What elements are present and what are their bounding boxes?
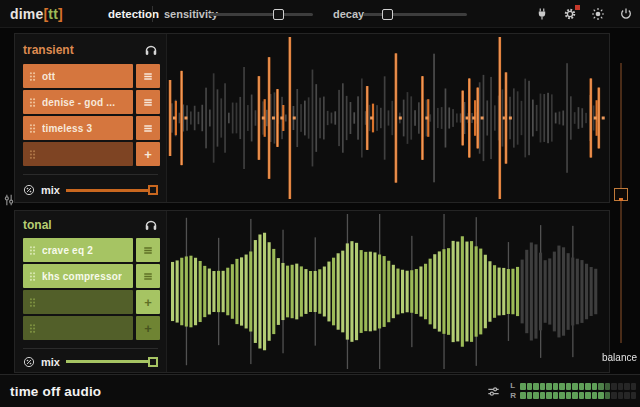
meter-segment bbox=[546, 392, 552, 399]
slot-menu-icon bbox=[143, 246, 153, 255]
balance-track[interactable] bbox=[620, 63, 622, 343]
meter-segment bbox=[611, 392, 617, 399]
drag-handle-icon[interactable] bbox=[29, 323, 36, 334]
drag-handle-icon[interactable] bbox=[29, 123, 36, 134]
drag-handle-icon[interactable] bbox=[29, 297, 36, 308]
meter-segment bbox=[592, 383, 598, 390]
percent-icon bbox=[23, 356, 35, 368]
meter-segment bbox=[592, 392, 598, 399]
tonal-slot-1: crave eq 2 bbox=[23, 238, 160, 262]
slot-plugin-name: ott bbox=[42, 71, 55, 82]
transient-mix-thumb[interactable] bbox=[148, 185, 158, 195]
meter-left-label: L bbox=[510, 382, 516, 390]
transient-title: transient bbox=[23, 43, 74, 57]
tonal-slot-3-empty[interactable] bbox=[23, 290, 133, 314]
tonal-slot-3-add-button[interactable]: + bbox=[136, 290, 160, 314]
meter-segment bbox=[559, 383, 565, 390]
bottombar: time off audio L R bbox=[0, 374, 640, 407]
transient-slot-2-menu-button[interactable] bbox=[136, 90, 160, 114]
topbar-actions bbox=[535, 0, 633, 28]
transient-slot-1: ott bbox=[23, 64, 160, 88]
plug-icon[interactable] bbox=[535, 7, 549, 21]
slot-plugin-name: denise - god ... bbox=[42, 97, 115, 108]
decay-thumb[interactable] bbox=[382, 9, 393, 20]
sensitivity-slider[interactable] bbox=[209, 8, 313, 20]
transient-slot-3-plugin[interactable]: timeless 3 bbox=[23, 116, 133, 140]
drag-handle-icon[interactable] bbox=[29, 245, 36, 256]
drag-handle-icon[interactable] bbox=[29, 149, 36, 160]
meter-cluster: L R bbox=[487, 382, 636, 400]
decay-slider[interactable] bbox=[363, 8, 467, 20]
drag-handle-icon[interactable] bbox=[29, 97, 36, 108]
meter-segment bbox=[533, 392, 539, 399]
sensitivity-thumb[interactable] bbox=[273, 9, 284, 20]
meter-segment bbox=[624, 383, 630, 390]
drag-handle-icon[interactable] bbox=[29, 271, 36, 282]
tonal-slot-1-menu-button[interactable] bbox=[136, 238, 160, 262]
add-plugin-icon: + bbox=[144, 148, 152, 161]
tonal-mix-thumb[interactable] bbox=[148, 357, 158, 367]
meter-segment bbox=[598, 392, 604, 399]
transient-slot-1-menu-button[interactable] bbox=[136, 64, 160, 88]
tonal-sidebar: tonal crave eq 2khs compressor++ mix bbox=[15, 211, 167, 372]
mix-fill bbox=[66, 189, 158, 192]
slot-plugin-name: crave eq 2 bbox=[42, 245, 93, 256]
power-icon[interactable] bbox=[619, 7, 633, 21]
logo-bracket-close: ] bbox=[58, 6, 63, 22]
meter-segment bbox=[527, 392, 533, 399]
meter-segment bbox=[572, 383, 578, 390]
transient-slot-1-plugin[interactable]: ott bbox=[23, 64, 133, 88]
transient-slot-2-plugin[interactable]: denise - god ... bbox=[23, 90, 133, 114]
meter-segment bbox=[546, 383, 552, 390]
meter-rows bbox=[520, 383, 636, 399]
decay-label: decay bbox=[333, 0, 364, 28]
transient-slot-4-add-button[interactable]: + bbox=[136, 142, 160, 166]
meter-segment bbox=[520, 392, 526, 399]
tonal-header: tonal bbox=[23, 217, 160, 233]
slot-plugin-name: khs compressor bbox=[42, 271, 122, 282]
dimett-plugin-window: dime[tt] detection sensitivity decay bbox=[0, 0, 640, 407]
balance-strip: balance bbox=[610, 28, 640, 374]
gear-icon[interactable] bbox=[563, 7, 577, 21]
meter-segment bbox=[540, 392, 546, 399]
lr-labels: L R bbox=[510, 382, 516, 400]
meter-segment bbox=[579, 383, 585, 390]
meter-segment bbox=[611, 383, 617, 390]
meter-segment bbox=[553, 383, 559, 390]
balance-thumb[interactable] bbox=[614, 188, 628, 201]
sensitivity-track[interactable] bbox=[209, 13, 313, 16]
brightness-icon[interactable] bbox=[591, 7, 605, 21]
tonal-mix-slider[interactable] bbox=[66, 356, 158, 368]
logo-text: dime bbox=[10, 6, 43, 22]
meter-segment bbox=[579, 392, 585, 399]
tonal-slot-2-menu-button[interactable] bbox=[136, 264, 160, 288]
headphones-icon[interactable] bbox=[144, 42, 160, 58]
tonal-waveform bbox=[167, 211, 609, 372]
tonal-slot-4-empty[interactable] bbox=[23, 316, 133, 340]
decay-track[interactable] bbox=[363, 13, 467, 16]
notification-dot bbox=[575, 5, 580, 10]
tonal-slot-2: khs compressor bbox=[23, 264, 160, 288]
transient-slot-3: timeless 3 bbox=[23, 116, 160, 140]
transient-mix-slider[interactable] bbox=[66, 184, 158, 196]
meter-segment bbox=[631, 383, 637, 390]
tonal-title: tonal bbox=[23, 218, 52, 232]
transient-slot-3-menu-button[interactable] bbox=[136, 116, 160, 140]
meter-segment bbox=[527, 383, 533, 390]
transient-sidebar: transient ottdenise - god ...timeless 3+… bbox=[15, 34, 167, 202]
tonal-slot-4-add-button[interactable]: + bbox=[136, 316, 160, 340]
tonal-slot-1-plugin[interactable]: crave eq 2 bbox=[23, 238, 133, 262]
filter-sliders-icon[interactable] bbox=[487, 385, 500, 398]
brand-label: time off audio bbox=[10, 384, 101, 399]
meter-segment bbox=[631, 392, 637, 399]
meter-segment bbox=[533, 383, 539, 390]
drag-handle-icon[interactable] bbox=[29, 71, 36, 82]
tonal-slot-2-plugin[interactable]: khs compressor bbox=[23, 264, 133, 288]
meter-segment bbox=[572, 392, 578, 399]
headphones-icon[interactable] bbox=[144, 217, 160, 233]
meter-segment bbox=[618, 392, 624, 399]
meter-row-left bbox=[520, 383, 636, 390]
transient-slot-4-empty[interactable] bbox=[23, 142, 133, 166]
slot-plugin-name: timeless 3 bbox=[42, 123, 92, 134]
meter-right-label: R bbox=[510, 392, 516, 400]
